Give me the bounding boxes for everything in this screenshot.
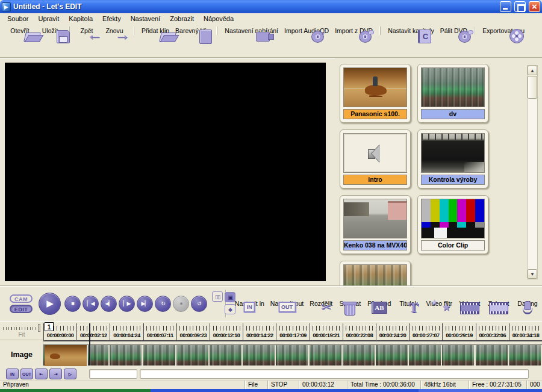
clip-thumbnail <box>421 199 485 238</box>
edit-toolbar-button[interactable]: Titulek <box>394 299 423 308</box>
video-preview[interactable] <box>5 63 326 281</box>
clip-card[interactable]: Kenko 038 na MVX40 <box>340 195 411 254</box>
toolbar-button[interactable]: Exportovat osu <box>475 26 528 35</box>
edit-toolbar-button[interactable]: Vylnout <box>455 299 484 308</box>
transport-button[interactable]: ↻ <box>155 296 171 312</box>
edit-toolbar-button[interactable]: Video filtr <box>423 299 455 308</box>
transport-button[interactable]: ▶ <box>39 293 61 315</box>
clip-card[interactable]: Panasonic s100. <box>340 64 411 123</box>
status-free-space: Free : 00:27:31:05 <box>469 381 526 389</box>
clip-thumbnail <box>343 67 407 107</box>
toolbar-button[interactable]: Znovu <box>99 26 129 35</box>
timeline-mini-button[interactable]: ⇥ <box>49 369 62 379</box>
status-mode: STOP <box>267 381 299 389</box>
clip-card[interactable]: dv <box>417 64 488 123</box>
track-clip-segment[interactable] <box>45 345 88 366</box>
timecode-cell: 00:00:19:21 <box>310 331 343 340</box>
playhead[interactable] <box>89 323 90 366</box>
clip-label: Panasonic s100. <box>343 109 407 119</box>
clip-card[interactable] <box>340 261 411 285</box>
menu-item[interactable]: Kapitola <box>64 14 98 23</box>
scroll-up-icon[interactable]: ▲ <box>528 66 537 75</box>
timecode-cell: 00:00:07:11 <box>143 331 176 340</box>
transport-button[interactable]: ◀▏ <box>101 296 117 312</box>
menu-item[interactable]: Soubor <box>2 14 33 23</box>
minimize-button-icon[interactable] <box>500 1 511 12</box>
timecode-cell: 00:00:02:12 <box>76 331 110 340</box>
toolbar-button[interactable]: Import AudioCD <box>281 26 332 35</box>
status-audio-format: 48kHz 16bit <box>420 381 469 389</box>
scroll-thumb[interactable] <box>528 76 537 99</box>
cam-button[interactable]: CAM <box>10 294 33 303</box>
timecode-cell: 00:00:24:20 <box>376 331 409 340</box>
menu-item[interactable]: Efekty <box>98 14 126 23</box>
chapter-marker[interactable]: 1 <box>45 322 54 331</box>
timeline-bottom-bar: IN OUT ⇤ ⇥ ▷ <box>0 367 542 381</box>
edit-toolbar-button[interactable]: Dabing <box>513 299 542 308</box>
menu-item[interactable]: Zobrazit <box>165 14 199 23</box>
toolbar-button[interactable]: Zpět <box>69 26 99 35</box>
clip-label: Kontrola výroby <box>421 175 485 185</box>
toolbar-button[interactable]: Pálit DVD <box>437 26 471 35</box>
view-button[interactable]: ▣ <box>225 292 235 302</box>
menu-item[interactable]: Upravit <box>33 14 64 23</box>
menu-item[interactable]: Nastavení <box>126 14 166 23</box>
ruler-ticks <box>43 323 542 331</box>
clip-label: dv <box>421 109 485 119</box>
clip-scrollbar[interactable]: ▲ ▼ <box>527 65 538 279</box>
toolbar-button[interactable]: Přidat klip <box>134 26 172 35</box>
toolbar-button[interactable]: Nastavení nabírání <box>217 26 281 35</box>
timeline-mini-button[interactable]: ▷ <box>64 369 76 379</box>
clip-thumbnail <box>343 264 407 285</box>
clip-library: Panasonic s100. dv intro Kontrola výroby… <box>335 58 542 285</box>
toolbar-button[interactable]: Otevřít <box>5 26 35 35</box>
edit-toolbar-button[interactable]: Nastavit in <box>232 299 267 308</box>
timeline-mini-button[interactable]: ⇤ <box>35 369 48 379</box>
transport-button[interactable]: ● <box>173 296 189 312</box>
horizontal-scrollbar[interactable] <box>140 369 529 379</box>
toolbar-button[interactable]: Barevný klip <box>172 26 213 35</box>
timeline-ruler[interactable]: 00:00:00:00 00:00:02:12 00:00:04:24 00:0… <box>43 323 542 343</box>
clip-card[interactable]: intro <box>340 129 411 188</box>
timeline-mini-button[interactable]: OUT <box>20 369 33 379</box>
transport-button[interactable]: ▏▶ <box>119 296 135 312</box>
clip-card[interactable]: Color Clip <box>417 195 488 254</box>
image-track[interactable] <box>43 344 542 366</box>
edit-toolbar-button[interactable]: Rozdělit <box>307 299 335 308</box>
transport-bar: CAM EDIT ▶ ■ ▏◀ ◀▏ ▏▶ ▶▏ ↻ ● ↺ ▣ ◆ ▯▯ <box>0 285 542 321</box>
edit-toolbar-button[interactable]: Smazat <box>335 299 364 308</box>
timecode-cell: 00:00:29:19 <box>442 331 475 340</box>
taskbar-sliver-green <box>0 389 151 392</box>
transport-button[interactable]: ▶▏ <box>137 296 153 312</box>
toolbar-button[interactable]: Nastavit kapitoly <box>380 26 437 35</box>
restore-button-icon[interactable] <box>514 1 526 12</box>
position-indicator[interactable] <box>89 369 137 379</box>
clip-grid: Panasonic s100. dv intro Kontrola výroby… <box>340 64 490 285</box>
timecode-cell: 00:00:04:24 <box>110 331 143 340</box>
transport-button[interactable]: ■ <box>64 296 81 312</box>
scroll-down-icon[interactable]: ▼ <box>528 269 537 279</box>
track-label: Image <box>0 350 43 359</box>
transport-button[interactable]: ↺ <box>191 296 207 312</box>
timecode-cell: 00:00:27:07 <box>409 331 442 340</box>
view-buttons: ▣ ◆ ▯▯ <box>212 291 218 316</box>
timeline-mini-button[interactable]: IN <box>6 369 19 379</box>
toolbar-button[interactable]: Import z DVD <box>332 26 376 35</box>
transport-button[interactable]: ▏◀ <box>83 296 99 312</box>
close-button-icon[interactable] <box>529 1 540 12</box>
clip-thumbnail <box>421 67 485 107</box>
view-button[interactable]: ▯▯ <box>212 291 223 302</box>
edit-toolbar-button[interactable]: Zalnout <box>484 299 513 308</box>
menu-item[interactable]: Nápověda <box>199 14 238 23</box>
taskbar-sliver-light <box>419 389 500 392</box>
timecode-cell: 00:00:14:22 <box>243 331 276 340</box>
timecode-cell: 00:00:32:06 <box>476 331 509 340</box>
zoom-fit-slider[interactable] <box>3 325 40 331</box>
edit-toolbar-button[interactable]: Přechod <box>364 299 394 308</box>
fit-label: Fit <box>0 331 43 340</box>
clip-card[interactable]: Kontrola výroby <box>417 129 488 188</box>
edit-toolbar-button[interactable]: Nastavit out <box>267 299 307 308</box>
edit-button[interactable]: EDIT <box>10 305 33 313</box>
view-button[interactable]: ◆ <box>225 304 235 314</box>
titlebar: Untitled - Let's EDIT <box>0 0 542 13</box>
